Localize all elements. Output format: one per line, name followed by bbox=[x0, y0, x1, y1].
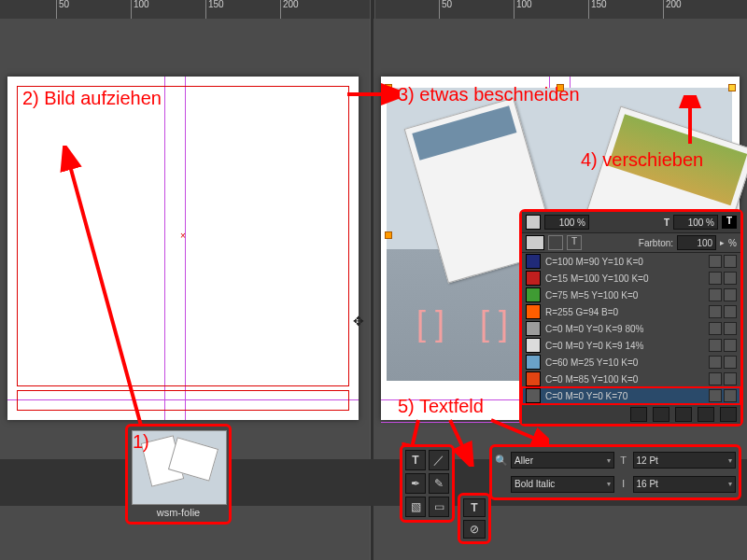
svg-line-0 bbox=[69, 162, 141, 426]
annotation-3: 3) etwas beschneiden bbox=[398, 84, 580, 105]
no-format-icon[interactable]: ⊘ bbox=[463, 520, 486, 539]
leading-dropdown[interactable]: 16 Pt bbox=[633, 476, 737, 493]
text-format-icon[interactable]: T bbox=[567, 235, 582, 250]
rect-frame-tool-icon[interactable]: ▧ bbox=[405, 497, 426, 517]
swatch-row[interactable]: C=0 M=0 Y=0 K=70 bbox=[522, 387, 740, 404]
show-all-icon[interactable] bbox=[630, 407, 647, 422]
pen-tool-icon[interactable]: ✒ bbox=[405, 473, 426, 494]
thumbnail-caption: wsm-folie bbox=[132, 505, 225, 518]
rect-tool-icon[interactable]: ▭ bbox=[429, 497, 449, 517]
character-panel[interactable]: 🔍 Aller T 12 Pt Bold Italic Ⅰ 16 Pt bbox=[489, 444, 741, 500]
fill-icon bbox=[526, 215, 541, 230]
arrow-icon bbox=[676, 95, 704, 151]
annotation-2: 2) Bild aufziehen bbox=[22, 88, 162, 109]
swatches-footer bbox=[522, 404, 740, 424]
swatch-row[interactable]: C=0 M=85 Y=100 K=0 bbox=[522, 371, 740, 387]
swatch-row[interactable]: C=0 M=0 Y=0 K=9 14% bbox=[522, 337, 740, 354]
tint-field[interactable]: 100 bbox=[677, 235, 716, 250]
fill-stroke-icon[interactable] bbox=[526, 235, 544, 250]
frame-empty-icon: × bbox=[178, 231, 188, 241]
swatch-row[interactable]: C=100 M=90 Y=10 K=0 bbox=[522, 253, 740, 270]
swatch-row[interactable]: C=0 M=0 Y=0 K=9 80% bbox=[522, 320, 740, 337]
arrow-icon bbox=[52, 146, 164, 444]
annotation-4: 4) verschieben bbox=[581, 149, 703, 171]
swatch-row[interactable]: C=15 M=100 Y=100 K=0 bbox=[522, 270, 740, 287]
font-size-icon: T bbox=[617, 454, 630, 467]
font-style-dropdown[interactable]: Bold Italic bbox=[511, 476, 614, 493]
swatch-list[interactable]: C=100 M=90 Y=10 K=0C=15 M=100 Y=100 K=0C… bbox=[522, 253, 740, 404]
line-tool-icon[interactable]: ／ bbox=[429, 450, 449, 470]
font-family-dropdown[interactable]: Aller bbox=[511, 452, 614, 469]
type-reverse-icon: T bbox=[722, 216, 737, 229]
new-swatch-icon[interactable] bbox=[698, 407, 714, 422]
delete-swatch-icon[interactable] bbox=[720, 407, 737, 422]
type-icon: T bbox=[664, 217, 669, 228]
container-format-icon[interactable] bbox=[548, 235, 563, 250]
show-gradient-icon[interactable] bbox=[675, 407, 692, 422]
font-size-dropdown[interactable]: 12 Pt bbox=[633, 452, 737, 469]
type-tool-icon[interactable]: T bbox=[405, 450, 426, 470]
move-cursor-icon: ✥ bbox=[353, 314, 364, 329]
arrow-icon bbox=[344, 82, 400, 106]
tool-chips-right[interactable]: T ⊘ bbox=[458, 493, 491, 544]
zoom-field-1[interactable]: 100 % bbox=[544, 215, 589, 230]
font-search-icon: 🔍 bbox=[495, 454, 508, 467]
pencil-tool-icon[interactable]: ✎ bbox=[429, 473, 449, 494]
swatch-row[interactable]: R=255 G=94 B=0 bbox=[522, 303, 740, 320]
tint-arrow-icon[interactable]: ▸ bbox=[720, 238, 725, 247]
zoom-field-2[interactable]: 100 % bbox=[673, 215, 718, 230]
tool-chips-left[interactable]: T ／ ✒ ✎ ▧ ▭ bbox=[400, 444, 455, 523]
leading-icon: Ⅰ bbox=[617, 478, 630, 491]
swatch-row[interactable]: C=75 M=5 Y=100 K=0 bbox=[522, 287, 740, 303]
tint-label: Farbton: bbox=[639, 238, 673, 248]
show-color-icon[interactable] bbox=[653, 407, 669, 422]
swatch-row[interactable]: C=60 M=25 Y=10 K=0 bbox=[522, 354, 740, 371]
format-text-icon[interactable]: T bbox=[463, 498, 486, 517]
swatches-panel[interactable]: 100 % T 100 % T T Farbton: 100 ▸ % C=100… bbox=[519, 209, 743, 427]
